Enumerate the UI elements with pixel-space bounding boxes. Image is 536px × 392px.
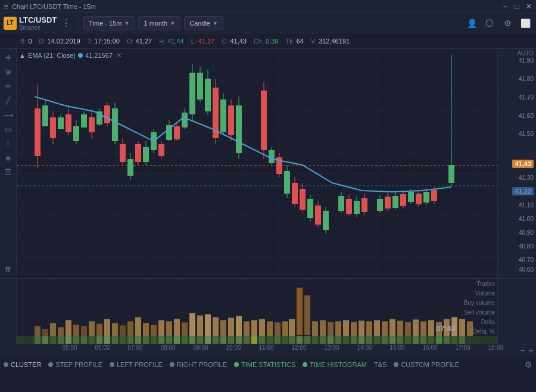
svg-rect-27 <box>35 108 40 156</box>
svg-rect-189 <box>89 336 95 344</box>
svg-rect-223 <box>351 336 357 344</box>
svg-rect-47 <box>112 108 118 141</box>
layout-icon[interactable]: ⬜ <box>518 16 532 30</box>
time-1800: 18:00 <box>488 344 503 351</box>
step-profile-button[interactable]: STEP PROFILE <box>48 361 102 368</box>
symbol-menu-icon[interactable]: ⋮ <box>59 17 73 29</box>
time-histogram-dot <box>303 362 307 367</box>
time-0900: 09:00 <box>193 344 208 351</box>
svg-rect-117 <box>416 194 422 204</box>
svg-rect-220 <box>328 336 334 344</box>
time-0700: 07:00 <box>127 344 142 351</box>
svg-rect-222 <box>343 336 349 344</box>
ohlc-h: H: 41,44 <box>159 38 184 45</box>
svg-rect-41 <box>89 117 95 132</box>
timeframe-selector[interactable]: Time - 15m ▼ <box>83 16 135 30</box>
separator <box>78 17 79 29</box>
bottom-gear-button[interactable]: ⚙ <box>525 360 532 369</box>
crosshair-tool[interactable]: ⊕ <box>2 66 15 79</box>
dropdown-arrow: ▼ <box>124 20 130 26</box>
svg-rect-193 <box>120 336 126 344</box>
svg-rect-231 <box>413 336 419 344</box>
svg-rect-109 <box>385 197 391 209</box>
svg-rect-201 <box>182 336 188 344</box>
svg-rect-210 <box>251 336 257 344</box>
svg-rect-213 <box>275 336 281 344</box>
svg-rect-182 <box>35 336 40 344</box>
time-histogram-button[interactable]: TIME HISTOGRAM <box>303 361 367 368</box>
period-selector[interactable]: 1 month ▼ <box>138 16 180 30</box>
zoom-minus-button[interactable]: − <box>521 346 525 355</box>
minimize-button[interactable]: − <box>501 3 509 10</box>
svg-rect-107 <box>377 199 383 211</box>
ema-indicator-label: ▲ <box>19 52 26 59</box>
ema-color-dot <box>78 53 83 58</box>
svg-rect-37 <box>73 126 79 141</box>
chart-type-selector[interactable]: Candle ▼ <box>184 16 223 30</box>
settings-icon[interactable]: ⚙ <box>500 16 515 30</box>
hex-icon[interactable]: ⬡ <box>482 16 497 30</box>
svg-rect-87 <box>284 171 290 194</box>
svg-rect-209 <box>244 336 250 344</box>
line-tool[interactable]: ╱ <box>2 94 15 107</box>
user-icon[interactable]: 👤 <box>465 16 479 30</box>
volume-svg <box>17 279 497 344</box>
price-4190: 41,90 <box>519 57 534 64</box>
measure-tool[interactable]: ◈ <box>2 151 15 164</box>
price-4100: 41,00 <box>519 215 534 222</box>
svg-rect-49 <box>120 144 126 162</box>
chart-area[interactable]: ▲ EMA (21: Close) 41,21667 ✕ <box>17 49 497 278</box>
rect-tool[interactable]: ▭ <box>2 123 15 136</box>
svg-rect-71 <box>205 79 211 111</box>
svg-rect-197 <box>151 336 157 344</box>
right-profile-dot <box>170 362 174 367</box>
svg-rect-217 <box>304 336 310 344</box>
ray-tool[interactable]: ⟶ <box>2 108 15 122</box>
add-tool[interactable]: 🗑 <box>2 263 15 276</box>
time-1400: 14:00 <box>357 344 372 351</box>
ts-button[interactable]: T&S <box>374 361 387 368</box>
ohlc-tk: Tk: 64 <box>285 38 304 45</box>
left-toolbar: ✛ ⊕ ✏ ╱ ⟶ ▭ T ◈ ☰ 🗑 <box>0 49 17 278</box>
svg-rect-207 <box>228 336 234 344</box>
price-4060: 40,60 <box>519 266 534 272</box>
close-button[interactable]: ✕ <box>525 3 532 10</box>
svg-rect-89 <box>292 183 298 204</box>
svg-rect-235 <box>444 336 450 344</box>
svg-rect-188 <box>81 336 87 344</box>
cursor-tool[interactable]: ✛ <box>2 51 15 64</box>
buy-volume-label: Buy volume <box>464 298 495 308</box>
svg-rect-192 <box>112 336 118 344</box>
text-tool[interactable]: T <box>2 137 15 150</box>
time-axis: 05:00 06:00 07:00 08:00 09:00 10:00 11:0… <box>0 344 536 356</box>
svg-rect-55 <box>143 147 149 162</box>
cluster-button[interactable]: CLUSTER <box>4 361 41 368</box>
pencil-tool[interactable]: ✏ <box>2 80 15 93</box>
exchange-name: Binance <box>19 24 57 31</box>
svg-rect-205 <box>213 336 219 344</box>
list-tool[interactable]: ☰ <box>2 166 15 179</box>
ema-name: EMA (21: Close) <box>28 52 76 59</box>
svg-rect-35 <box>66 114 71 132</box>
chart-svg <box>17 49 497 278</box>
svg-rect-232 <box>420 336 426 344</box>
symbol-icon: LT <box>4 17 17 30</box>
ema-close-button[interactable]: ✕ <box>116 51 122 60</box>
custom-profile-button[interactable]: CUSTOM PROFILE <box>394 361 459 368</box>
dropdown-arrow: ▼ <box>213 20 218 26</box>
svg-rect-206 <box>220 336 226 344</box>
time-1600: 16:00 <box>422 344 437 351</box>
svg-rect-224 <box>359 336 364 344</box>
left-profile-button[interactable]: LEFT PROFILE <box>110 361 163 368</box>
menu-icon[interactable]: ≡ <box>4 2 8 11</box>
time-0800: 08:00 <box>160 344 175 351</box>
maximize-button[interactable]: □ <box>513 3 521 10</box>
right-profile-button[interactable]: RIGHT PROFILE <box>170 361 227 368</box>
time-statistics-button[interactable]: TIME STATISTICS <box>234 361 295 368</box>
svg-rect-211 <box>259 336 265 344</box>
svg-rect-184 <box>50 336 56 344</box>
ohlc-bar: B: 0 D: 14.02.2019 T: 17:15:00 O: 41,27 … <box>0 33 536 49</box>
svg-rect-204 <box>205 336 211 344</box>
ema-value: 41,21667 <box>85 52 113 59</box>
zoom-plus-button[interactable]: + <box>529 346 534 355</box>
